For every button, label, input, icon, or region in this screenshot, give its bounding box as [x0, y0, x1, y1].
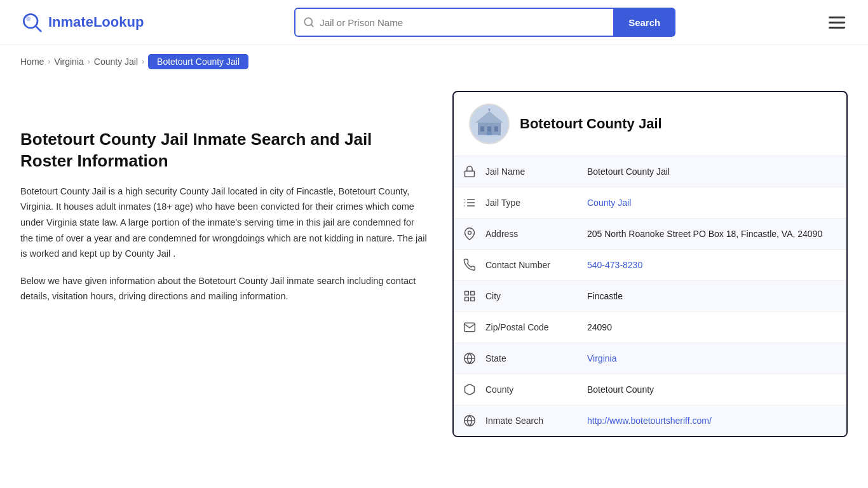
label-address: Address	[485, 220, 587, 248]
value-jail-type: County Jail	[587, 189, 846, 217]
value-city: Fincastle	[587, 282, 846, 310]
hamburger-menu[interactable]	[826, 14, 848, 31]
label-contact: Contact Number	[485, 251, 587, 279]
svg-point-20	[468, 231, 471, 234]
hamburger-line-3	[829, 27, 845, 29]
label-city: City	[485, 282, 587, 310]
jail-type-link[interactable]: County Jail	[587, 198, 631, 208]
chevron-icon-1: ›	[48, 57, 50, 66]
svg-rect-22	[471, 292, 475, 295]
search-bar: Search	[294, 8, 675, 37]
left-column: Botetourt County Jail Inmate Search and …	[20, 91, 427, 437]
value-contact: 540-473-8230	[587, 251, 846, 279]
breadcrumb-home[interactable]: Home	[20, 57, 44, 67]
search-button[interactable]: Search	[613, 8, 675, 37]
value-inmate-search: http://www.botetourtsheriff.com/	[587, 407, 846, 435]
main-container: Botetourt County Jail Inmate Search and …	[0, 78, 868, 463]
svg-rect-8	[487, 126, 491, 132]
zip-icon	[454, 312, 485, 342]
chevron-icon-2: ›	[88, 57, 90, 66]
svg-rect-7	[480, 126, 484, 132]
right-column: Botetourt County Jail Jail Name Botetour…	[452, 91, 848, 437]
value-zip: 24090	[587, 313, 846, 341]
info-card: Botetourt County Jail Jail Name Botetour…	[452, 91, 848, 437]
table-row: Jail Name Botetourt County Jail	[454, 156, 846, 187]
svg-rect-24	[465, 297, 469, 301]
value-county: Botetourt County	[587, 376, 846, 403]
jail-icon	[454, 156, 485, 187]
svg-marker-6	[475, 111, 503, 123]
inmate-search-link[interactable]: http://www.botetourtsheriff.com/	[587, 416, 712, 426]
table-row: Inmate Search http://www.botetourtsherif…	[454, 405, 846, 436]
city-icon	[454, 281, 485, 311]
jail-avatar	[469, 104, 510, 144]
value-state: Virginia	[587, 344, 846, 372]
address-icon	[454, 219, 485, 249]
inmate-search-icon	[454, 405, 485, 436]
breadcrumb-county-jail[interactable]: County Jail	[94, 57, 138, 67]
breadcrumb: Home › Virginia › County Jail › Botetour…	[0, 45, 868, 78]
type-icon	[454, 187, 485, 218]
value-address: 205 North Roanoke Street PO Box 18, Finc…	[587, 220, 846, 248]
building-icon	[474, 109, 505, 139]
county-icon	[454, 374, 485, 405]
phone-link[interactable]: 540-473-8230	[587, 260, 642, 270]
label-zip: Zip/Postal Code	[485, 313, 587, 341]
header: InmateLookup Search	[0, 0, 868, 45]
label-state: State	[485, 344, 587, 372]
logo-link[interactable]: InmateLookup	[20, 11, 144, 34]
page-title: Botetourt County Jail Inmate Search and …	[20, 129, 427, 172]
search-icon	[303, 17, 315, 28]
phone-icon	[454, 250, 485, 280]
svg-rect-23	[471, 297, 475, 301]
search-input-wrap	[294, 8, 613, 37]
card-jail-name: Botetourt County Jail	[520, 116, 662, 132]
hamburger-line-2	[829, 22, 845, 24]
logo-text: InmateLookup	[48, 14, 144, 30]
breadcrumb-current: Botetourt County Jail	[148, 54, 248, 69]
label-jail-name: Jail Name	[485, 158, 587, 186]
breadcrumb-virginia[interactable]: Virginia	[54, 57, 83, 67]
page-description-2: Below we have given information about th…	[20, 273, 427, 304]
search-input[interactable]	[320, 17, 606, 28]
value-jail-name: Botetourt County Jail	[587, 158, 846, 186]
state-link[interactable]: Virginia	[587, 353, 616, 363]
logo-icon	[20, 11, 43, 34]
svg-rect-10	[487, 132, 492, 135]
card-header: Botetourt County Jail	[454, 92, 846, 156]
svg-rect-21	[465, 292, 469, 295]
table-row: State Virginia	[454, 343, 846, 374]
table-row: Jail Type County Jail	[454, 187, 846, 219]
label-county: County	[485, 376, 587, 403]
label-inmate-search: Inmate Search	[485, 407, 587, 435]
table-row: County Botetourt County	[454, 374, 846, 405]
page-description-1: Botetourt County Jail is a high security…	[20, 184, 427, 262]
hamburger-line-1	[829, 17, 845, 18]
info-rows: Jail Name Botetourt County Jail Jail Typ…	[454, 156, 846, 436]
table-row: City Fincastle	[454, 281, 846, 312]
table-row: Contact Number 540-473-8230	[454, 250, 846, 281]
label-jail-type: Jail Type	[485, 189, 587, 217]
state-icon	[454, 343, 485, 374]
table-row: Address 205 North Roanoke Street PO Box …	[454, 219, 846, 250]
table-row: Zip/Postal Code 24090	[454, 312, 846, 343]
svg-point-2	[26, 17, 31, 21]
svg-line-4	[311, 24, 313, 26]
chevron-icon-3: ›	[142, 57, 144, 66]
svg-rect-9	[494, 126, 498, 132]
svg-line-1	[36, 26, 41, 31]
svg-rect-13	[465, 171, 475, 177]
svg-point-12	[488, 109, 491, 110]
